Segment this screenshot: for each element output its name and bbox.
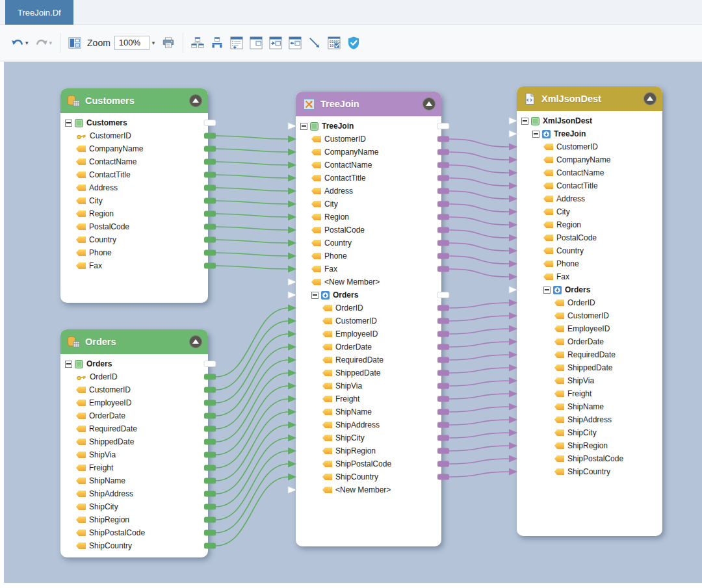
fit-to-window-button[interactable]: [66, 34, 83, 51]
tree-row[interactable]: EmployeeID: [60, 396, 208, 409]
connection-wire[interactable]: [216, 386, 289, 455]
tree-row[interactable]: ShippedDate: [60, 435, 208, 448]
connection-wire[interactable]: [216, 227, 289, 230]
tree-row[interactable]: RequiredDate: [517, 348, 662, 361]
resize-mapping-panel-button[interactable]: [287, 34, 304, 51]
collapse-button[interactable]: [189, 335, 202, 348]
node-xmljsondest[interactable]: XmlJsonDestXmlJsonDestTreeJoinCustomerID…: [517, 86, 662, 536]
tree-row[interactable]: OrderDate: [60, 409, 208, 422]
tree-row[interactable]: Phone: [517, 257, 662, 270]
redo-dropdown-caret[interactable]: ▾: [49, 40, 53, 46]
tree-row[interactable]: ShipName: [60, 474, 208, 487]
node-header[interactable]: TreeJoin: [296, 92, 441, 116]
tree-row[interactable]: PostalCode: [296, 224, 441, 236]
tree-row[interactable]: CustomerID: [517, 140, 662, 153]
connection-wire[interactable]: [449, 165, 510, 173]
tab-treejoin-df[interactable]: TreeJoin.Df: [5, 0, 73, 25]
connection-wire[interactable]: [216, 477, 289, 546]
connection-wire[interactable]: [449, 316, 510, 321]
connection-wire[interactable]: [216, 201, 289, 204]
connection-wire[interactable]: [449, 204, 510, 212]
tree-row[interactable]: ShipRegion: [517, 439, 662, 452]
member-list-button[interactable]: [228, 34, 245, 51]
tree-row[interactable]: Freight: [60, 461, 208, 474]
tree-row[interactable]: ContactName: [296, 159, 441, 172]
tree-row[interactable]: CustomerID: [296, 133, 441, 146]
connection-wire[interactable]: [449, 459, 510, 464]
tree-row[interactable]: XmlJsonDest: [517, 114, 662, 127]
connection-wire[interactable]: [216, 425, 289, 494]
tree-row[interactable]: ContactTitle: [296, 172, 441, 185]
connection-wire[interactable]: [216, 334, 289, 403]
tree-row[interactable]: ShipVia: [60, 448, 208, 461]
connection-wire[interactable]: [449, 152, 510, 160]
node-header[interactable]: XmlJsonDest: [517, 86, 662, 111]
tree-row[interactable]: <New Member>: [296, 275, 441, 288]
tree-row[interactable]: PostalCode: [60, 220, 208, 233]
node-orders[interactable]: OrdersOrdersOrderIDCustomerIDEmployeeIDO…: [60, 329, 208, 557]
connection-wire[interactable]: [449, 256, 510, 264]
input-mapping-panel-button[interactable]: [267, 34, 284, 51]
node-header[interactable]: Customers: [60, 88, 208, 113]
tree-row[interactable]: OrderID: [517, 296, 662, 309]
tree-row[interactable]: Country: [60, 233, 208, 246]
tree-row[interactable]: ShipCity: [517, 426, 662, 439]
tree-row[interactable]: ShipAddress: [296, 418, 441, 431]
expander-icon[interactable]: [300, 123, 307, 130]
tree-row[interactable]: ShippedDate: [296, 366, 441, 379]
tree-row[interactable]: TreeJoin: [517, 127, 662, 140]
tree-row[interactable]: Address: [60, 181, 208, 194]
connection-wire[interactable]: [449, 407, 510, 412]
tree-row[interactable]: CustomerID: [517, 309, 662, 322]
connection-wire[interactable]: [449, 269, 510, 277]
tree-row[interactable]: RequiredDate: [60, 422, 208, 435]
connection-wire[interactable]: [449, 329, 510, 334]
tree-row[interactable]: CompanyName: [296, 146, 441, 159]
connection-wire[interactable]: [449, 191, 510, 199]
draw-connection-button[interactable]: [306, 34, 323, 51]
connection-wire[interactable]: [449, 368, 510, 373]
tree-row[interactable]: City: [296, 198, 441, 211]
tree-row[interactable]: ShipRegion: [60, 513, 208, 526]
auto-layout-hierarchy-button[interactable]: [209, 34, 226, 51]
tree-row[interactable]: Region: [517, 218, 662, 231]
collapse-button[interactable]: [644, 92, 656, 105]
tree-row[interactable]: TreeJoin: [296, 120, 441, 133]
tree-row[interactable]: EmployeeID: [517, 322, 662, 335]
connection-wire[interactable]: [216, 240, 289, 243]
connection-wire[interactable]: [216, 308, 289, 377]
dataflow-canvas[interactable]: CustomersCustomersCustomerIDCompanyNameC…: [4, 62, 702, 583]
tree-row[interactable]: CustomerID: [60, 129, 208, 142]
connection-wire[interactable]: [216, 214, 289, 217]
connection-wire[interactable]: [449, 139, 510, 147]
tree-row[interactable]: <New Member>: [296, 483, 441, 496]
collapse-button[interactable]: [422, 97, 436, 110]
tree-row[interactable]: Phone: [296, 249, 441, 262]
tree-row[interactable]: Orders: [60, 357, 208, 370]
tree-row[interactable]: ShipPostalCode: [517, 452, 662, 465]
connection-wire[interactable]: [216, 175, 289, 178]
tree-row[interactable]: Orders: [517, 283, 662, 296]
connection-wire[interactable]: [449, 355, 510, 360]
connection-wire[interactable]: [216, 399, 289, 468]
tree-row[interactable]: ShipName: [517, 400, 662, 413]
tree-row[interactable]: ShipVia: [296, 379, 441, 392]
expander-icon[interactable]: [65, 120, 72, 127]
connection-wire[interactable]: [216, 266, 289, 269]
tree-row[interactable]: EmployeeID: [296, 327, 441, 340]
tree-row[interactable]: ShipCountry: [517, 465, 662, 478]
tree-row[interactable]: Region: [296, 211, 441, 224]
connection-wire[interactable]: [216, 149, 289, 152]
tree-row[interactable]: ShipPostalCode: [296, 457, 441, 470]
tree-row[interactable]: Address: [517, 192, 662, 205]
print-button[interactable]: [160, 34, 177, 51]
connection-wire[interactable]: [449, 217, 510, 225]
tree-row[interactable]: CompanyName: [517, 153, 662, 166]
connection-wire[interactable]: [216, 347, 289, 416]
tree-row[interactable]: Country: [296, 236, 441, 249]
tree-row[interactable]: OrderDate: [296, 340, 441, 353]
expander-icon[interactable]: [543, 287, 551, 294]
tree-row[interactable]: ShipRegion: [296, 444, 441, 457]
tree-row[interactable]: OrderDate: [517, 335, 662, 348]
validate-data-button[interactable]: 0100110: [326, 34, 343, 51]
